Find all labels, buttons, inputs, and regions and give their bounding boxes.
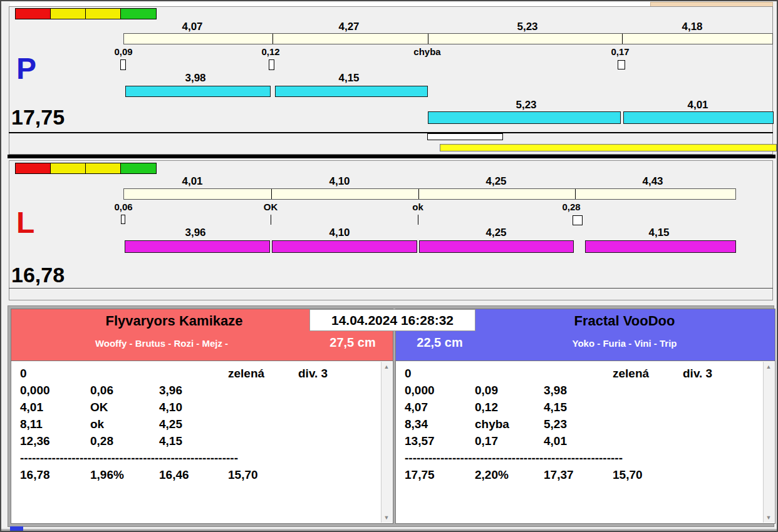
dog-time-label: 4,25 — [459, 227, 534, 239]
light-yellow2-icon — [86, 163, 121, 173]
table-row: 4,01 OK 4,10 — [20, 399, 379, 416]
dog-run-bar — [428, 111, 621, 124]
team-panel-right: Fractal VooDoo Yoko - Furia - Vini - Tri… — [395, 309, 775, 524]
table-row: 4,07 0,12 4,15 — [405, 399, 761, 416]
team-right-results: 0 zelená div. 3 0,000 0,09 3,98 4,07 0,1… — [396, 361, 775, 523]
scroll-down-icon[interactable]: ▼ — [764, 513, 774, 523]
dog-run-bar — [585, 240, 736, 253]
change-mark-label: chyba — [399, 46, 455, 57]
team-dogs: Wooffy - Brutus - Rozi - Mejz - — [24, 338, 299, 349]
lane-letter-l: L — [16, 208, 34, 238]
table-row: 8,34 chyba 5,23 — [405, 416, 761, 432]
change-marker — [121, 215, 125, 224]
bottom-strip — [1, 529, 778, 532]
status-lights-l — [15, 163, 157, 174]
dog-run-bar — [623, 111, 774, 124]
split-bar-l — [123, 188, 736, 200]
change-mark-label: 0,09 — [95, 46, 152, 57]
change-mark-label: ok — [390, 202, 446, 212]
lane-divider — [8, 155, 775, 158]
change-mark-label: 0,06 — [95, 202, 152, 212]
scroll-down-icon[interactable]: ▼ — [381, 513, 392, 523]
split-time-label: 4,01 — [155, 175, 230, 188]
light-red-icon — [16, 163, 51, 173]
lane-total-p: 17,75 — [11, 106, 65, 128]
team-name: Fractal VooDoo — [477, 313, 772, 329]
dog-time-label: 4,15 — [621, 227, 697, 239]
table-row: 0 zelená div. 3 — [405, 365, 761, 382]
split-time-label: 4,43 — [615, 175, 690, 188]
split-time-label: 5,23 — [490, 21, 565, 33]
results-rows: 0 zelená div. 3 0,000 0,09 3,98 4,07 0,1… — [405, 365, 761, 483]
dog-run-bar — [125, 86, 271, 97]
dog-time-label: 3,98 — [158, 72, 233, 84]
timestamp: 14.04.2024 16:28:32 — [309, 309, 475, 331]
dog-time-label: 3,96 — [158, 227, 233, 239]
scroll-up-icon[interactable]: ▲ — [381, 362, 392, 372]
table-row: 0,000 0,06 3,96 — [20, 382, 379, 399]
light-red-icon — [16, 9, 51, 19]
change-mark-label: 0,12 — [242, 46, 299, 57]
dog-time-label: 4,01 — [660, 99, 735, 111]
split-time-label: 4,27 — [311, 21, 386, 33]
dog-run-bar — [419, 240, 574, 253]
scroll-up-icon[interactable]: ▲ — [764, 362, 774, 372]
table-row: 8,11 ok 4,25 — [20, 416, 379, 432]
split-time-label: 4,25 — [459, 175, 534, 188]
timing-app-window: 4,07 4,27 5,23 4,18 0,09 0,12 chyba 0,17… — [0, 0, 778, 532]
team-dogs: Yoko - Furia - Vini - Trip — [477, 338, 772, 349]
dog-run-bar — [275, 86, 428, 97]
split-time-label: 4,07 — [155, 21, 230, 33]
dog-time-label: 4,10 — [302, 227, 377, 239]
table-row-total: 16,78 1,96% 16,46 15,70 — [20, 466, 379, 483]
table-row-separator: ----------------------------------------… — [405, 449, 761, 466]
lane-total-l: 16,78 — [11, 264, 65, 285]
change-marker — [269, 59, 274, 70]
change-mark-label: 0,17 — [592, 46, 648, 57]
dog-time-label: 5,23 — [489, 99, 564, 111]
change-marker — [573, 215, 583, 225]
team-panel-left: Flyvaryors Kamikaze Wooffy - Brutus - Ro… — [11, 309, 393, 524]
scrollbar[interactable]: ▲ ▼ — [381, 362, 392, 523]
dog-run-bar — [125, 240, 270, 253]
table-row: 13,57 0,17 4,01 — [405, 432, 761, 449]
results-section: Flyvaryors Kamikaze Wooffy - Brutus - Ro… — [8, 305, 774, 527]
light-yellow1-icon — [51, 9, 86, 19]
table-row-total: 17,75 2,20% 17,37 15,70 — [405, 466, 761, 483]
team-name: Flyvaryors Kamikaze — [24, 313, 324, 329]
team-left-results: 0 zelená div. 3 0,000 0,06 3,96 4,01 OK … — [11, 361, 393, 523]
change-mark-label: 0,28 — [543, 202, 599, 212]
change-marker — [120, 59, 126, 70]
light-green-icon — [121, 9, 156, 19]
table-row: 0 zelená div. 3 — [20, 365, 379, 382]
scrollbar[interactable]: ▲ ▼ — [763, 362, 774, 523]
yellow-progress-bar — [440, 144, 777, 151]
light-yellow2-icon — [86, 9, 121, 19]
pending-bar — [427, 133, 503, 140]
split-time-label: 4,18 — [655, 21, 730, 33]
table-row: 0,000 0,09 3,98 — [405, 382, 761, 399]
jump-height: 22,5 cm — [402, 335, 477, 350]
light-yellow1-icon — [51, 163, 86, 173]
split-time-label: 4,10 — [302, 175, 377, 188]
table-row-separator: ----------------------------------------… — [20, 449, 379, 466]
table-row: 12,36 0,28 4,15 — [20, 432, 379, 449]
status-lights-p — [15, 8, 157, 19]
change-mark-label: OK — [242, 202, 299, 212]
lane-letter-p: P — [16, 54, 36, 84]
bottom-left-marker — [10, 526, 23, 532]
light-green-icon — [121, 163, 156, 173]
change-marker — [618, 60, 625, 69]
jump-height: 27,5 cm — [315, 335, 390, 350]
dog-time-label: 4,15 — [311, 72, 386, 84]
results-rows: 0 zelená div. 3 0,000 0,06 3,96 4,01 OK … — [20, 365, 379, 483]
split-bar-p — [123, 33, 773, 44]
dog-run-bar — [272, 240, 417, 253]
